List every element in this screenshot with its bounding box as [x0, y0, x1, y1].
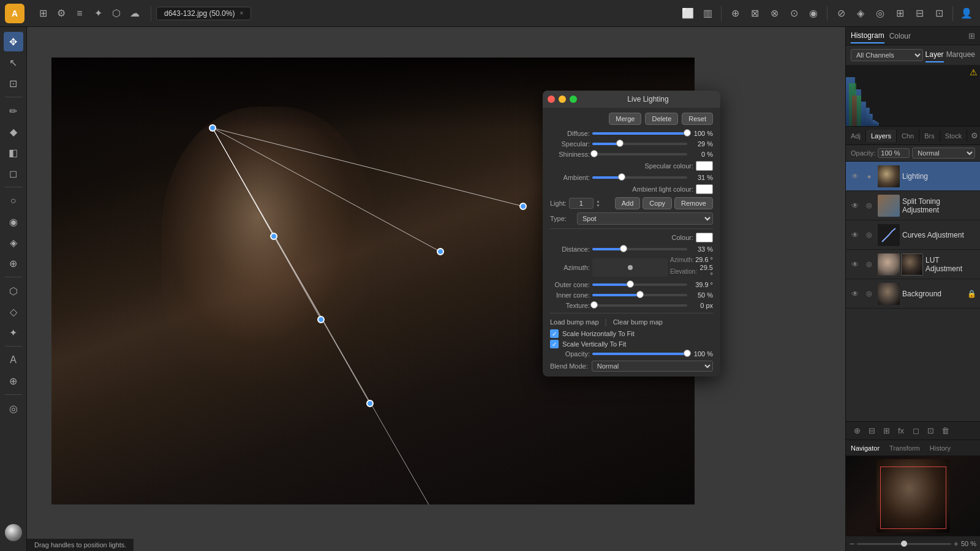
toolbar-align-icon[interactable]: ◈	[852, 5, 869, 22]
healing-tool[interactable]: ⊕	[4, 253, 23, 273]
dodge-tool[interactable]: ○	[4, 191, 23, 211]
light-num-down[interactable]: ▼	[596, 203, 600, 208]
tab-layer[interactable]: Layer	[925, 48, 944, 62]
filename-tab[interactable]: d643-132.jpg (50.0%) ×	[156, 7, 251, 20]
tab-history[interactable]: History	[925, 442, 956, 454]
layer-item-lighting[interactable]: 👁 ● Lighting	[846, 162, 980, 191]
layer-item-curves[interactable]: 👁 ◎ Curves Adjustment	[846, 220, 980, 250]
copy-light-button[interactable]: Copy	[643, 197, 672, 209]
tab-chn[interactable]: Chn	[897, 130, 919, 142]
colour-swatch[interactable]	[696, 233, 713, 242]
toolbar-user-icon[interactable]: 👤	[958, 5, 975, 22]
add-light-button[interactable]: Add	[615, 197, 641, 209]
tab-navigator[interactable]: Navigator	[846, 442, 884, 454]
specular-slider[interactable]	[592, 143, 687, 145]
shape-tool[interactable]: ◇	[4, 302, 23, 321]
zoom-slider[interactable]	[857, 543, 951, 545]
toolbar-export-icon[interactable]: ☁	[126, 5, 143, 22]
blend-mode-select[interactable]: Normal Multiply Screen	[912, 148, 975, 159]
toolbar-filter-icon[interactable]: ⬡	[108, 5, 125, 22]
channel-select[interactable]: All Channels Red Green Blue	[851, 49, 923, 61]
light-handle-3[interactable]	[437, 248, 444, 255]
toolbar-select-icon[interactable]: ⊠	[746, 5, 763, 22]
ambient-slider[interactable]	[592, 176, 687, 179]
tab-marquee[interactable]: Marquee	[946, 48, 975, 62]
blur-tool[interactable]: ◉	[4, 212, 23, 231]
texture-slider[interactable]	[592, 304, 687, 307]
pointer-tool[interactable]: ↖	[4, 53, 23, 72]
load-bump-map-btn[interactable]: Load bump map	[550, 317, 599, 327]
clear-bump-map-btn[interactable]: Clear bump map	[613, 317, 663, 327]
toolbar-brush-icon[interactable]: ✦	[89, 5, 107, 22]
direction-dot[interactable]	[628, 265, 633, 270]
close-tab-btn[interactable]: ×	[239, 10, 243, 17]
toolbar-distribute-icon[interactable]: ◎	[872, 5, 889, 22]
toolbar-view-icon[interactable]: ⬜	[679, 5, 696, 22]
layer-item-split-toning[interactable]: 👁 ◎ Split Toning Adjustment	[846, 191, 980, 220]
toolbar-macro-icon[interactable]: ⊡	[930, 5, 948, 22]
toolbar-settings-icon[interactable]: ⚙	[53, 5, 70, 22]
eraser-tool[interactable]: ◻	[4, 163, 23, 183]
light-number-input[interactable]	[569, 198, 594, 209]
toolbar-shape2-icon[interactable]: ◉	[805, 5, 822, 22]
fill-tool[interactable]: ◆	[4, 122, 23, 141]
dialog-min-btn[interactable]	[559, 96, 566, 103]
diffuse-slider[interactable]	[592, 132, 687, 135]
move-tool[interactable]: ✥	[4, 32, 23, 51]
delete-layer-icon[interactable]: ⊟	[865, 425, 878, 437]
light-handle-source[interactable]	[209, 124, 216, 132]
distance-slider[interactable]	[592, 248, 687, 250]
ambient-colour-swatch[interactable]	[696, 184, 713, 194]
trash-icon[interactable]: 🗑	[939, 425, 951, 437]
dialog-max-btn[interactable]	[570, 96, 577, 103]
layers-gear-icon[interactable]: ⚙	[971, 131, 978, 140]
duplicate-layer-icon[interactable]: ⊞	[880, 425, 892, 437]
toolbar-lasso-icon[interactable]: ⊗	[766, 5, 783, 22]
layer-visibility-split[interactable]: 👁	[850, 200, 861, 211]
selection-tool[interactable]: ⬡	[4, 281, 23, 301]
tab-transform[interactable]: Transform	[884, 442, 925, 454]
scale-horizontal-checkbox[interactable]: ✓	[550, 329, 559, 338]
zoom-out-btn[interactable]: −	[850, 539, 854, 549]
layer-visibility-lut[interactable]: 👁	[850, 259, 861, 270]
scale-vertical-checkbox[interactable]: ✓	[550, 340, 559, 348]
toolbar-snap-icon[interactable]: ⊘	[832, 5, 850, 22]
toolbar-transform-icon[interactable]: ⊞	[891, 5, 908, 22]
direction-control[interactable]	[592, 258, 668, 277]
toolbar-arrange-icon[interactable]: ▥	[699, 5, 716, 22]
tab-layers[interactable]: Layers	[866, 130, 897, 142]
zoom-tool[interactable]: ⊕	[4, 371, 23, 391]
tab-histogram[interactable]: Histogram	[851, 29, 884, 43]
histogram-expand-icon[interactable]: ⊞	[968, 31, 975, 40]
dialog-opacity-slider[interactable]	[592, 353, 687, 355]
layer-visibility-curves[interactable]: 👁	[850, 230, 861, 241]
mask-icon[interactable]: ◻	[910, 425, 922, 437]
toolbar-arrange2-icon[interactable]: ⊟	[911, 5, 928, 22]
toolbar-grid-icon[interactable]: ⊞	[34, 5, 51, 22]
type-tool[interactable]: A	[4, 350, 23, 370]
toolbar-layers-icon[interactable]: ≡	[71, 5, 88, 22]
dialog-blend-select[interactable]: Normal Multiply	[592, 361, 713, 372]
foreground-color-swatch[interactable]	[5, 524, 22, 541]
light-handle-4[interactable]	[317, 316, 325, 323]
zoom-in-btn[interactable]: +	[954, 539, 959, 549]
light-num-up[interactable]: ▲	[596, 199, 600, 203]
group-icon[interactable]: ⊡	[924, 425, 937, 437]
tab-colour[interactable]: Colour	[889, 29, 911, 43]
merge-button[interactable]: Merge	[609, 113, 641, 125]
eye-dropper-tool[interactable]: ◎	[4, 399, 23, 418]
layer-item-lut[interactable]: 👁 ◎ LUT Adjustment	[846, 250, 980, 279]
light-handle-2[interactable]	[270, 233, 277, 240]
paint-brush-tool[interactable]: ✏	[4, 101, 23, 121]
delete-button[interactable]: Delete	[645, 113, 678, 125]
toolbar-pen-icon[interactable]: ⊙	[785, 5, 802, 22]
specular-colour-swatch[interactable]	[696, 161, 713, 171]
tab-brs[interactable]: Brs	[919, 130, 940, 142]
pen-tool[interactable]: ✦	[4, 323, 23, 342]
gradient-tool[interactable]: ◧	[4, 143, 23, 162]
shininess-slider[interactable]	[592, 153, 687, 156]
type-select[interactable]: Spot Point Infinite	[577, 212, 713, 225]
toolbar-grid2-icon[interactable]: ⊕	[726, 5, 744, 22]
tab-adj[interactable]: Adj	[846, 130, 866, 142]
layer-item-background[interactable]: 👁 ◎ Background 🔒	[846, 279, 980, 309]
